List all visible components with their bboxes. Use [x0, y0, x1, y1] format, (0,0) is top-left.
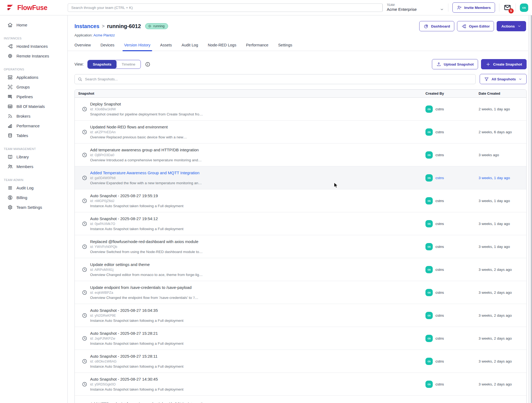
- chevron-down-icon: [517, 24, 521, 28]
- date-created: 2 weeks, 1 day ago: [476, 98, 526, 120]
- creator-avatar: cs: [425, 358, 433, 365]
- vertical-scrollbar[interactable]: [528, 15, 532, 403]
- tab-version-history[interactable]: Version History: [124, 43, 151, 51]
- tab-performance[interactable]: Performance: [246, 43, 268, 51]
- creator-name: cstns: [435, 382, 444, 386]
- clock-icon: [82, 267, 87, 272]
- sidebar-item-library[interactable]: Library: [0, 152, 67, 162]
- sidebar-section-label: TEAM MANAGEMENT: [4, 147, 67, 151]
- sidebar-item-audit-log[interactable]: Audit Log: [0, 183, 67, 193]
- snapshot-filter-dropdown[interactable]: All Snapshots: [480, 74, 527, 84]
- snapshot-title: Auto Snapshot - 2025-08-27 14:30:45: [90, 377, 183, 382]
- snapshot-description: Snapshot created for pipeline deployment…: [90, 112, 203, 116]
- brokers-icon: [7, 113, 13, 119]
- pipelines-icon: [7, 94, 13, 100]
- sidebar-item-remote-instances[interactable]: Remote Instances: [0, 51, 67, 61]
- open-editor-button[interactable]: Open Editor: [457, 21, 494, 31]
- clock-icon: [82, 244, 87, 250]
- creator-name: cstns: [435, 107, 444, 111]
- sidebar-item-brokers[interactable]: Brokers: [0, 111, 67, 121]
- team-selector[interactable]: TEAM: Acme Enterprise: [387, 4, 444, 12]
- sidebar-item-team-settings[interactable]: Team Settings: [0, 202, 67, 212]
- table-row[interactable]: Auto Snapshot - 2025-08-27 19:55:19 id: …: [75, 189, 526, 212]
- performance-icon: [7, 123, 13, 129]
- dashboard-icon: [424, 24, 429, 29]
- clock-icon: [82, 313, 87, 318]
- flowfuse-logo[interactable]: FlowFuse: [7, 4, 68, 12]
- scrollbar-thumb[interactable]: [531, 15, 532, 403]
- sidebar-section-label: OPERATIONS: [4, 68, 67, 71]
- snapshot-description: Instance Auto Snapshot taken following a…: [90, 387, 183, 391]
- sidebar-item-tables[interactable]: Tables: [0, 131, 67, 140]
- notifications-button[interactable]: 5: [503, 4, 511, 11]
- sidebar-item-groups[interactable]: Groups: [0, 82, 67, 92]
- creator-name: cstns: [435, 268, 444, 272]
- snapshot-description: Overview Changed the endpoint flow from …: [90, 296, 198, 300]
- tab-settings[interactable]: Settings: [278, 43, 292, 51]
- creator-avatar: cs: [425, 289, 433, 296]
- table-row[interactable]: Updated Node-RED flows and environment i…: [75, 121, 526, 144]
- snapshot-title: Auto Snapshot - 2025-08-27 16:04:35: [90, 308, 183, 313]
- tab-assets[interactable]: Assets: [160, 43, 172, 51]
- table-row[interactable]: Auto Snapshot - 2025-08-27 16:04:35 id: …: [75, 304, 526, 327]
- tab-overview[interactable]: Overview: [74, 43, 91, 51]
- info-icon[interactable]: [145, 62, 151, 67]
- table-row[interactable]: Add HTTP endpoint for saving credentials…: [75, 396, 526, 403]
- sidebar-item-label: Brokers: [16, 114, 30, 118]
- table-header: Snapshot Created By Date Created: [75, 90, 526, 98]
- user-avatar[interactable]: cs: [520, 4, 528, 12]
- table-row[interactable]: Add temperature awareness group and HTTP…: [75, 144, 526, 166]
- table-row[interactable]: Auto Snapshot - 2025-08-27 19:54:12 id: …: [75, 212, 526, 235]
- table-row[interactable]: Auto Snapshot - 2025-08-27 14:30:45 id: …: [75, 373, 526, 396]
- invite-members-button[interactable]: Invite Members: [452, 2, 495, 13]
- column-created-by: Created By: [423, 90, 476, 97]
- tab-audit-log[interactable]: Audit Log: [182, 43, 198, 51]
- toggle-snapshots[interactable]: Snapshots: [88, 60, 117, 69]
- members-icon: [7, 164, 13, 169]
- toggle-timeline[interactable]: Timeline: [117, 60, 141, 69]
- sidebar-item-hosted-instances[interactable]: Hosted Instances: [0, 41, 67, 51]
- sidebar-item-members[interactable]: Members: [0, 162, 67, 171]
- snapshot-id: id: y5RD5Ggk0O: [90, 382, 183, 386]
- column-snapshot: Snapshot: [75, 90, 423, 97]
- divider: [383, 4, 383, 12]
- tab-devices[interactable]: Devices: [100, 43, 114, 51]
- dashboard-button[interactable]: Dashboard: [419, 21, 455, 31]
- sidebar-item-billing[interactable]: Billing: [0, 193, 67, 202]
- snapshot-description: Instance Auto Snapshot taken following a…: [90, 319, 183, 323]
- team-search-input[interactable]: [68, 4, 383, 12]
- snapshot-description: Overview Replaced previous basic device …: [90, 135, 187, 139]
- upload-snapshot-button[interactable]: Upload Snapshot: [432, 59, 478, 69]
- sidebar-item-pipelines[interactable]: Pipelines: [0, 92, 67, 101]
- table-row[interactable]: Update editor settings and theme id: AlR…: [75, 258, 526, 281]
- snapshot-id: id: JxpPJNKPZw: [90, 337, 183, 340]
- snapshot-id: id: 0jwPAXMk7O: [90, 222, 183, 226]
- sidebar-item-bill-of-materials[interactable]: Bill Of Materials: [0, 101, 67, 111]
- application-link[interactable]: Acme Plantzz: [93, 33, 115, 37]
- sidebar-item-home[interactable]: Home: [0, 20, 67, 30]
- table-row[interactable]: Auto Snapshot - 2025-08-27 15:28:21 id: …: [75, 327, 526, 350]
- sidebar-item-performance[interactable]: Performance: [0, 121, 67, 131]
- table-row[interactable]: Update endpoint from /save-credentials t…: [75, 281, 526, 304]
- snapshot-id: id: nMGP0jZ6dJ: [90, 199, 183, 203]
- divider: [448, 4, 448, 12]
- bill-of-materials-icon: [7, 104, 13, 109]
- table-row[interactable]: Deploy Snapshot id: X3o6Bw1k9W Snapshot …: [75, 98, 526, 121]
- table-row[interactable]: Auto Snapshot - 2025-08-27 15:28:11 id: …: [75, 350, 526, 373]
- snapshot-title: Updated Node-RED flows and environment: [90, 125, 187, 130]
- sidebar-item-applications[interactable]: Applications: [0, 72, 67, 82]
- sidebar-item-label: Home: [16, 23, 27, 27]
- snapshot-search-input[interactable]: [74, 74, 476, 84]
- clock-icon: [82, 221, 87, 227]
- snapshot-title: Auto Snapshot - 2025-08-27 15:28:11: [90, 354, 183, 359]
- create-snapshot-button[interactable]: Create Snapshot: [481, 59, 527, 69]
- table-row[interactable]: Replaced @flowfuse/node-red-dashboard wi…: [75, 235, 526, 258]
- actions-button[interactable]: Actions: [497, 21, 526, 31]
- breadcrumb-instances-link[interactable]: Instances: [74, 23, 99, 29]
- application-line: Application: Acme Plantzz: [74, 33, 526, 37]
- tab-node-red-logs[interactable]: Node-RED Logs: [208, 43, 236, 51]
- creator-name: cstns: [435, 176, 444, 180]
- main-content: Instances > running-6012 running Dashboa…: [68, 15, 532, 403]
- table-row[interactable]: Added Temperature Awareness Group and MQ…: [75, 166, 526, 189]
- instance-tabs: OverviewDevicesVersion HistoryAssetsAudi…: [68, 43, 532, 51]
